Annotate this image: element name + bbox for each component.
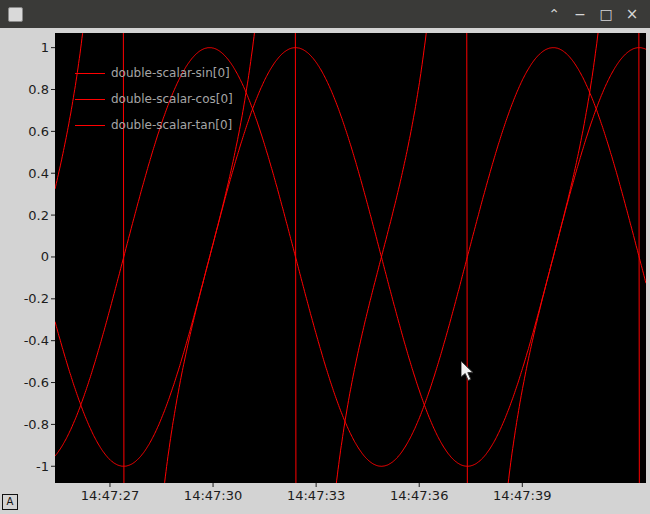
legend-label-tan: double-scalar-tan[0] [111, 118, 232, 132]
plot-label-badge: A [2, 494, 18, 510]
maximize-button[interactable]: □ [596, 4, 616, 24]
legend-item: double-scalar-tan[0] [75, 112, 233, 138]
close-button[interactable]: × [622, 4, 642, 24]
app-icon[interactable] [8, 7, 23, 22]
y-tick-label: -0.8 [24, 417, 49, 432]
x-tick-label: 14:47:30 [184, 488, 242, 503]
y-tick-label: 0.6 [28, 124, 49, 139]
x-tick-label: 14:47:27 [81, 488, 139, 503]
y-tick-label: 0.2 [28, 208, 49, 223]
x-tick-label: 14:47:39 [493, 488, 551, 503]
minimize-button[interactable]: − [570, 4, 590, 24]
y-tick-label: 0.4 [28, 166, 49, 181]
y-tick-label: -1 [36, 459, 49, 474]
legend-label-cos: double-scalar-cos[0] [111, 92, 233, 106]
legend-item: double-scalar-sin[0] [75, 60, 233, 86]
titlebar[interactable]: ⌃ − □ × [0, 0, 650, 28]
legend-label-sin: double-scalar-sin[0] [111, 66, 230, 80]
shade-button[interactable]: ⌃ [544, 4, 564, 24]
legend-line-sample-icon [75, 99, 105, 100]
y-tick-label: -0.4 [24, 333, 49, 348]
legend-line-sample-icon [75, 73, 105, 74]
plot-window-content: 10.80.60.40.20-0.2-0.4-0.6-0.8-114:47:27… [0, 28, 650, 514]
y-tick-label: 0.8 [28, 82, 49, 97]
x-tick-label: 14:47:36 [390, 488, 448, 503]
x-tick-label: 14:47:33 [287, 488, 345, 503]
app-window: ⌃ − □ × 10.80.60.40.20-0.2-0.4-0.6-0.8-1… [0, 0, 650, 514]
legend-item: double-scalar-cos[0] [75, 86, 233, 112]
y-tick-label: 0 [41, 249, 49, 264]
plot-legend: double-scalar-sin[0] double-scalar-cos[0… [75, 60, 233, 138]
y-tick-label: 1 [41, 40, 49, 55]
y-tick-label: -0.6 [24, 375, 49, 390]
y-tick-label: -0.2 [24, 291, 49, 306]
legend-line-sample-icon [75, 125, 105, 126]
